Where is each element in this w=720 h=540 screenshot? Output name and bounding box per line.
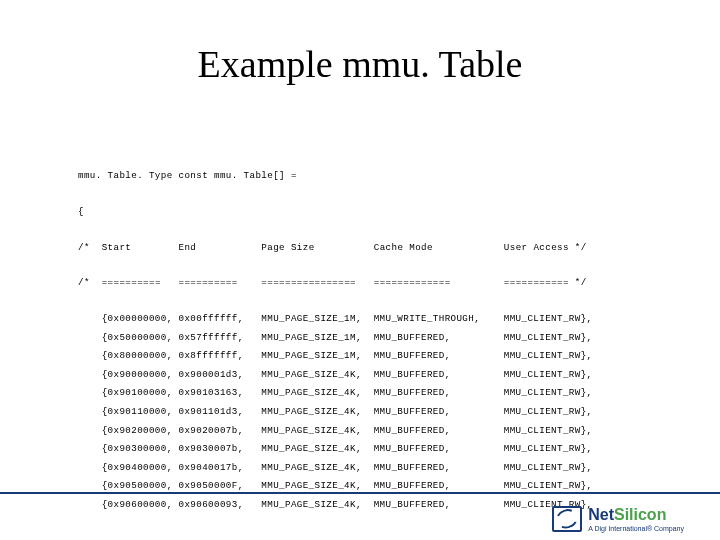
slide-title: Example mmu. Table (0, 42, 720, 86)
code-rows: {0x00000000, 0x00ffffff, MMU_PAGE_SIZE_1… (78, 314, 592, 510)
hdr-pagesize: Page Size (261, 242, 314, 253)
comment-open: /* (78, 277, 102, 288)
logo-mark-icon (552, 506, 582, 532)
code-declaration: mmu. Table. Type const mmu. Table[] = (78, 171, 592, 182)
table-row: {0x90400000, 0x9040017b, MMU_PAGE_SIZE_4… (78, 463, 592, 474)
footer-divider (0, 492, 720, 494)
table-row: {0x90110000, 0x901101d3, MMU_PAGE_SIZE_4… (78, 407, 592, 418)
code-header-row: /* Start End Page Size Cache Mode User A… (78, 243, 592, 254)
table-row: {0x90100000, 0x90103163, MMU_PAGE_SIZE_4… (78, 388, 592, 399)
hdr-start: Start (102, 242, 132, 253)
logo-tagline: A Digi International® Company (588, 525, 684, 532)
code-divider-row: /* ========== ========== ===============… (78, 278, 592, 289)
div-cachemode: ============= (374, 277, 451, 288)
table-row: {0x00000000, 0x00ffffff, MMU_PAGE_SIZE_1… (78, 314, 592, 325)
logo-text: NetSilicon A Digi International® Company (588, 507, 684, 532)
logo-name: NetSilicon (588, 507, 684, 523)
footer: NetSilicon A Digi International® Company (0, 492, 720, 540)
div-access: =========== */ (504, 277, 587, 288)
logo-name-a: Net (588, 506, 614, 523)
table-row: {0x80000000, 0x8fffffff, MMU_PAGE_SIZE_1… (78, 351, 592, 362)
table-row: {0x90000000, 0x900001d3, MMU_PAGE_SIZE_4… (78, 370, 592, 381)
hdr-access: User Access */ (504, 242, 587, 253)
table-row: {0x90300000, 0x9030007b, MMU_PAGE_SIZE_4… (78, 444, 592, 455)
hdr-end: End (179, 242, 197, 253)
table-row: {0x90200000, 0x9020007b, MMU_PAGE_SIZE_4… (78, 426, 592, 437)
table-row: {0x90500000, 0x9050000F, MMU_PAGE_SIZE_4… (78, 481, 592, 492)
comment-open: /* (78, 242, 102, 253)
logo: NetSilicon A Digi International® Company (552, 506, 684, 532)
logo-name-b: Silicon (614, 506, 666, 523)
div-end: ========== (179, 277, 238, 288)
hdr-cachemode: Cache Mode (374, 242, 433, 253)
table-row: {0x50000000, 0x57ffffff, MMU_PAGE_SIZE_1… (78, 333, 592, 344)
slide: Example mmu. Table mmu. Table. Type cons… (0, 0, 720, 540)
code-block: mmu. Table. Type const mmu. Table[] = { … (78, 150, 592, 540)
div-pagesize: ================ (261, 277, 356, 288)
div-start: ========== (102, 277, 161, 288)
code-open-brace: { (78, 207, 592, 218)
